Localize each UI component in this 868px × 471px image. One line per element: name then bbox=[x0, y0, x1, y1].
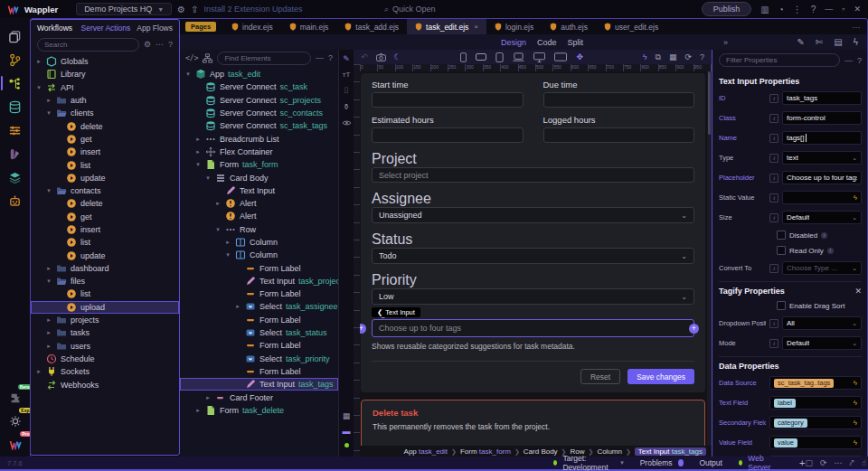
prop-field-class[interactable]: form-control bbox=[782, 111, 862, 125]
workflow-item-webhooks[interactable]: Webhooks bbox=[31, 378, 179, 391]
binding-chip[interactable]: label bbox=[774, 399, 796, 408]
view-code[interactable]: Code bbox=[537, 38, 557, 47]
pages-badge[interactable]: Pages bbox=[185, 22, 216, 32]
wappler-pro-icon[interactable]: Pro bbox=[5, 433, 26, 456]
tab-server-actions[interactable]: Server Actions bbox=[81, 24, 131, 33]
dynamic-bolt-icon[interactable]: ϟ bbox=[854, 37, 858, 47]
cloud-update-icon[interactable]: ⇪ bbox=[191, 5, 198, 14]
code-icon[interactable]: </> bbox=[185, 54, 198, 62]
structure-item-form-task-form[interactable]: ▾Formtask_form bbox=[180, 158, 338, 171]
estimated-hours-input[interactable] bbox=[372, 127, 524, 143]
structure-item-app-task-edit[interactable]: ▾Apptask_edit bbox=[180, 68, 338, 80]
binding-chip[interactable]: sc_task_tag..tags bbox=[774, 379, 834, 388]
project-selector[interactable]: Demo Projects HQ ▼ bbox=[76, 3, 172, 15]
cut-icon[interactable]: ✄ bbox=[816, 37, 823, 47]
tree-chevron[interactable]: ▾ bbox=[35, 84, 42, 91]
device-laptop-icon[interactable] bbox=[513, 52, 524, 61]
undo-icon[interactable]: ↶ bbox=[361, 52, 368, 61]
prop-field-placeholder[interactable]: Choose up to four tags bbox=[782, 171, 862, 184]
edit-attributes-icon[interactable]: ✎ bbox=[343, 55, 350, 63]
structure-item-form-task-delete[interactable]: ▸Formtask_delete bbox=[180, 404, 338, 417]
tags-input-selected[interactable]: Choose up to four tags bbox=[372, 319, 694, 337]
structure-help-icon[interactable]: ? bbox=[328, 53, 333, 62]
help-icon[interactable]: ? bbox=[811, 5, 816, 14]
tree-chevron[interactable]: ▸ bbox=[45, 97, 52, 104]
refresh-icon[interactable]: ⟳ bbox=[684, 52, 692, 61]
kebab-menu-icon[interactable]: ⋮ bbox=[793, 5, 802, 14]
due-time-input[interactable] bbox=[543, 92, 695, 108]
preview-frame-icon[interactable]: ▢ bbox=[806, 458, 814, 467]
structure-item-form-label[interactable]: Form Label bbox=[180, 339, 338, 352]
structure-item-server-connect-sc-task-tags[interactable]: Server Connectsc_task_tags bbox=[180, 119, 338, 132]
structure-item-flex-container[interactable]: ▸Flex Container bbox=[180, 146, 338, 158]
problems-button[interactable]: Problems bbox=[640, 458, 673, 467]
sitemap-icon[interactable] bbox=[203, 53, 212, 63]
quick-open[interactable]: ⌕ Quick Open bbox=[384, 5, 436, 14]
dynamic-bolt-icon[interactable]: ϟ bbox=[854, 379, 857, 387]
pages-rail-icon[interactable] bbox=[5, 25, 26, 48]
workflow-item-list[interactable]: list bbox=[31, 287, 179, 300]
structure-item-select-task-priority[interactable]: Selecttask_priority bbox=[180, 353, 338, 365]
tab-task-add-ejs[interactable]: task_add.ejs bbox=[336, 19, 407, 34]
device-phone-landscape-icon[interactable] bbox=[476, 53, 486, 61]
device-tablet-icon[interactable] bbox=[495, 52, 504, 62]
dark-mode-moon-icon[interactable]: ☾ bbox=[394, 52, 401, 61]
tab-index-ejs[interactable]: index.ejs bbox=[223, 19, 281, 34]
add-after-button[interactable]: + bbox=[689, 324, 699, 334]
workflow-item-dashboard[interactable]: ▸dashboard bbox=[31, 262, 179, 275]
prop-field-mode[interactable]: Default⌄ bbox=[782, 336, 862, 350]
tab-close-icon[interactable]: × bbox=[474, 23, 478, 31]
workflows-help-icon[interactable]: ? bbox=[168, 40, 173, 49]
tab-auth-ejs[interactable]: auth.ejs bbox=[542, 19, 596, 34]
prop-field-size[interactable]: Default⌄ bbox=[782, 211, 862, 224]
tree-chevron[interactable]: ▸ bbox=[194, 407, 202, 414]
share-icon[interactable]: ⤤ bbox=[850, 458, 854, 468]
data-field-text-field[interactable]: labelϟ bbox=[769, 396, 862, 410]
dynamic-bolt-icon[interactable]: ϟ bbox=[854, 419, 857, 427]
workflow-item-auth[interactable]: ▸auth bbox=[31, 94, 179, 107]
workflows-more-icon[interactable]: ⋯ bbox=[156, 40, 164, 49]
device-phone-icon[interactable] bbox=[460, 52, 467, 62]
workflows-settings-icon[interactable]: ⚙ bbox=[144, 40, 151, 49]
extensions-beta-icon[interactable]: Beta bbox=[5, 386, 26, 409]
output-button[interactable]: Output bbox=[699, 458, 722, 467]
breadcrumb-item[interactable]: Form task_form bbox=[460, 447, 511, 456]
workflow-item-tasks[interactable]: ▸tasks bbox=[31, 326, 179, 339]
structure-item-form-label[interactable]: Form Label bbox=[180, 365, 338, 378]
workflow-item-upload[interactable]: upload bbox=[31, 301, 179, 314]
collapse-icon[interactable]: — bbox=[316, 53, 324, 62]
reload-icon[interactable]: ⟳ bbox=[820, 458, 827, 467]
tree-chevron[interactable]: ▸ bbox=[45, 316, 52, 324]
canvas-help-icon[interactable]: ? bbox=[700, 52, 704, 61]
workflow-item-list[interactable]: list bbox=[31, 236, 179, 249]
prop-field-type[interactable]: text⌄ bbox=[782, 151, 862, 165]
workflow-item-delete[interactable]: delete bbox=[31, 197, 179, 210]
tree-chevron[interactable]: ▾ bbox=[224, 251, 231, 259]
workflow-item-list[interactable]: list bbox=[31, 158, 179, 171]
tree-chevron[interactable]: ▸ bbox=[224, 239, 231, 246]
project-input[interactable]: Select project bbox=[372, 167, 694, 183]
device-desktop-icon[interactable] bbox=[533, 52, 545, 62]
filter-properties-input[interactable]: Filter Properties bbox=[719, 53, 840, 67]
checkbox[interactable] bbox=[777, 246, 786, 255]
more-icon[interactable]: ⋯ bbox=[835, 458, 843, 467]
tree-chevron[interactable]: ▸ bbox=[45, 329, 52, 336]
git-rail-icon[interactable] bbox=[5, 49, 26, 71]
structure-item-alert[interactable]: Alert bbox=[180, 210, 338, 222]
web-server-button[interactable]: Web Server bbox=[748, 454, 778, 471]
prop-field-dropdown-position[interactable]: All⌄ bbox=[782, 316, 862, 330]
design-rail-icon[interactable] bbox=[5, 143, 26, 165]
add-before-button[interactable]: + bbox=[360, 324, 366, 334]
tree-chevron[interactable]: ▾ bbox=[214, 226, 222, 233]
structure-item-server-connect-sc-projects[interactable]: Server Connectsc_projects bbox=[180, 94, 338, 107]
structure-item-text-input-task-project[interactable]: Text Inputtask_project bbox=[180, 275, 338, 287]
data-field-value-field[interactable]: valueϟ bbox=[769, 436, 862, 449]
chevron-down-icon[interactable]: ▾ bbox=[620, 459, 624, 466]
tab-user-edit-ejs[interactable]: user_edit.ejs bbox=[596, 19, 666, 34]
dynamic-bolt-icon[interactable]: ϟ bbox=[854, 399, 857, 407]
props-help-icon[interactable]: ? bbox=[857, 56, 862, 65]
workflows-search-input[interactable]: Search bbox=[37, 38, 139, 52]
qr-grid-icon[interactable]: ▦ bbox=[669, 52, 677, 61]
structure-item-form-label[interactable]: Form Label bbox=[180, 314, 338, 326]
structure-item-column[interactable]: ▾Column bbox=[180, 249, 338, 261]
